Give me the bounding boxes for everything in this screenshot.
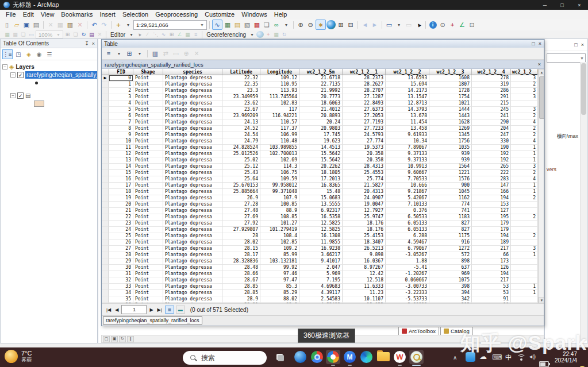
table-cell[interactable]: 27.6373 — [343, 107, 386, 113]
layer-visibility-checkbox[interactable] — [17, 92, 24, 99]
table-bottom-tab[interactable]: rarefypingcheqian_spatially_rarified_loc… — [103, 316, 202, 324]
table-options-icon[interactable] — [104, 49, 113, 58]
table-cell[interactable] — [511, 296, 538, 303]
menu-bookmarks[interactable]: Bookmarks — [57, 10, 96, 18]
table-cell[interactable]: 24.5793 — [343, 132, 386, 138]
table-cell[interactable]: 28.02 — [222, 239, 260, 246]
table-cell[interactable]: Plantago depressa — [163, 119, 222, 126]
table-cell[interactable]: 30 — [109, 265, 133, 271]
table-cell[interactable]: 245 — [472, 107, 511, 113]
table-cell[interactable]: 1175 — [429, 233, 472, 239]
taskbar-app-360-browser[interactable] — [326, 350, 340, 364]
table-cell[interactable]: 20.7773 — [299, 94, 343, 101]
table-cell[interactable]: 9 — [109, 132, 133, 138]
table-cell[interactable]: 113.93 — [260, 88, 299, 94]
table-cell[interactable]: 20.9803 — [299, 126, 343, 132]
row-selector[interactable] — [102, 157, 109, 164]
table-cell[interactable]: 194 — [472, 271, 511, 277]
minimize-button[interactable]: ─ — [536, 0, 554, 10]
table-cell[interactable]: 99.371048 — [260, 189, 299, 195]
table-cell[interactable]: Plantago depressa — [163, 221, 222, 227]
table-cell[interactable]: 192 — [472, 151, 511, 157]
table-cell[interactable]: 25.43 — [222, 170, 260, 176]
table-cell[interactable]: 827 — [429, 221, 472, 227]
scroll-down-icon[interactable]: ▼ — [539, 297, 544, 303]
select-features-icon[interactable] — [385, 20, 394, 29]
toolbar-chevron-icon[interactable] — [282, 20, 291, 29]
menu-geoprocessing[interactable]: Geoprocessing — [152, 10, 201, 18]
row-selector[interactable] — [102, 296, 109, 303]
table-cell[interactable]: Plantago depressa — [163, 290, 222, 296]
table-cell[interactable]: 6.05133 — [386, 221, 429, 227]
table-cell[interactable]: 16 — [109, 176, 133, 183]
table-cell[interactable]: Plantago depressa — [163, 233, 222, 239]
table-cell[interactable]: 4.69683 — [299, 284, 343, 290]
toc-layer-row[interactable]: − — [1, 91, 97, 99]
table-cell[interactable]: 8.97267 — [343, 265, 386, 271]
row-selector[interactable] — [102, 258, 109, 265]
table-cell[interactable]: 28.66 — [222, 271, 260, 277]
table-cell[interactable]: 91 — [472, 296, 511, 303]
table-cell[interactable]: 23.67 — [222, 107, 260, 113]
menu-windows[interactable]: Windows — [238, 10, 271, 18]
table-cell[interactable]: 34 — [109, 290, 133, 296]
table-cell[interactable]: 23 — [109, 221, 133, 227]
table-cell[interactable]: 4 — [511, 119, 538, 126]
table-cell[interactable]: 21 — [109, 208, 133, 214]
table-cell[interactable]: 10.34 — [386, 138, 429, 145]
row-selector[interactable] — [102, 265, 109, 271]
save-icon[interactable] — [22, 20, 31, 29]
add-data-icon[interactable] — [114, 20, 123, 29]
table-cell[interactable]: 25.9747 — [343, 214, 386, 221]
table-cell[interactable]: 2.047 — [299, 265, 343, 271]
point-symbol-icon[interactable] — [35, 82, 38, 84]
table-cell[interactable]: Point — [133, 258, 163, 265]
table-cell[interactable]: 14.4513 — [299, 145, 343, 151]
table-cell[interactable]: 241 — [472, 113, 511, 119]
arccatalog-icon[interactable] — [233, 20, 242, 29]
zoom-percent-combo[interactable]: 100% ▼ — [36, 30, 63, 38]
table-cell[interactable]: 1 — [511, 151, 538, 157]
scrollbar-thumb[interactable] — [539, 76, 544, 119]
table-cell[interactable]: 2 — [511, 82, 538, 88]
table-cell[interactable]: 28.15 — [222, 246, 260, 252]
table-cell[interactable]: Plantago depressa — [163, 82, 222, 88]
table-cell[interactable]: 6.50533 — [386, 214, 429, 221]
table-cell[interactable]: 290 — [472, 119, 511, 126]
table-cell[interactable]: 26.9 — [222, 195, 260, 202]
previous-record-icon[interactable]: ◀ — [114, 307, 120, 312]
table-cell[interactable]: 283 — [472, 176, 511, 183]
table-cell[interactable]: 20.8893 — [299, 113, 343, 119]
toolbar-icon[interactable] — [28, 31, 35, 38]
table-cell[interactable]: 2.54583 — [299, 296, 343, 303]
table-cell[interactable]: Plantago depressa — [163, 246, 222, 252]
table-cell[interactable]: 1608 — [429, 75, 472, 82]
table-cell[interactable]: 108.4 — [260, 233, 299, 239]
open-icon[interactable] — [12, 20, 21, 29]
table-cell[interactable]: 153 — [472, 202, 511, 208]
table-cell[interactable]: 1754 — [429, 94, 472, 101]
table-cell[interactable]: 103.132181 — [260, 258, 299, 265]
identify-icon[interactable] — [429, 21, 437, 29]
table-cell[interactable]: 15.5642 — [299, 157, 343, 164]
table-cell[interactable]: Plantago depressa — [163, 277, 222, 284]
toolbar-icon[interactable] — [11, 31, 19, 38]
row-selector[interactable] — [102, 119, 109, 126]
right-panel-scrollbar[interactable] — [580, 62, 587, 341]
table-cell[interactable]: 969 — [429, 271, 472, 277]
go-to-xy-icon[interactable] — [448, 20, 457, 29]
table-cell[interactable]: 195 — [472, 214, 511, 221]
table-cell[interactable]: 319 — [472, 82, 511, 88]
table-cell[interactable]: 12.5825 — [299, 221, 343, 227]
table-cell[interactable]: 5.42067 — [386, 195, 429, 202]
table-cell[interactable]: 16.9238 — [299, 246, 343, 252]
table-cell[interactable]: 25.670153 — [222, 183, 260, 189]
table-cell[interactable] — [511, 101, 538, 107]
table-cell[interactable]: 330 — [472, 138, 511, 145]
table-cell[interactable] — [511, 208, 538, 214]
table-cell[interactable]: 10.666 — [386, 183, 429, 189]
refresh-icon[interactable] — [80, 31, 87, 38]
layer-visibility-checkbox[interactable] — [17, 72, 24, 78]
table-cell[interactable]: 103.989855 — [260, 145, 299, 151]
fixed-zoom-out-icon[interactable] — [346, 20, 355, 29]
